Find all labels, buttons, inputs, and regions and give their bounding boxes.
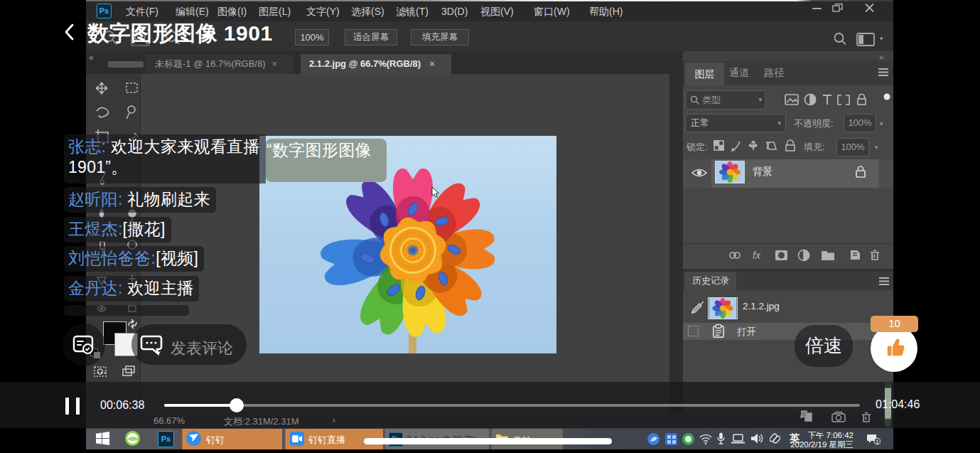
- svg-text:fx: fx: [753, 250, 761, 261]
- svg-text:1: 1: [876, 439, 879, 444]
